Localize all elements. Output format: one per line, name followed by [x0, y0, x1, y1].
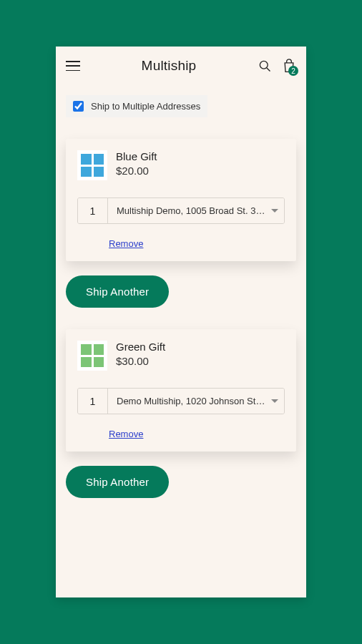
search-icon[interactable] [258, 59, 272, 73]
content: Ship to Multiple Addresses Blue Gift $20… [56, 85, 306, 508]
remove-link[interactable]: Remove [109, 429, 143, 439]
quantity-field[interactable]: 1 [78, 389, 108, 414]
product-thumbnail [77, 341, 107, 371]
app-frame: Multiship 2 Ship to Multiple Addresses [56, 47, 306, 597]
cart-count-badge: 2 [288, 66, 298, 76]
product-name: Green Gift [116, 341, 165, 353]
svg-point-0 [260, 61, 268, 69]
address-select[interactable]: Multiship Demo, 1005 Broad St. 30… [108, 198, 284, 223]
svg-line-1 [267, 68, 270, 72]
header: Multiship 2 [56, 47, 306, 85]
ship-another-button[interactable]: Ship Another [66, 466, 169, 498]
multiship-toggle-row[interactable]: Ship to Multiple Addresses [66, 95, 207, 117]
product-thumbnail [77, 150, 107, 180]
cart-button[interactable]: 2 [282, 58, 296, 74]
address-select[interactable]: Demo Multiship, 1020 Johnson St.,… [108, 389, 284, 414]
product-name: Blue Gift [116, 150, 157, 162]
product-row: Green Gift $30.00 [77, 341, 285, 371]
cart-item-card: Blue Gift $20.00 1 Multiship Demo, 1005 … [66, 139, 296, 261]
address-text: Multiship Demo, 1005 Broad St. 30… [117, 205, 267, 216]
ship-another-button[interactable]: Ship Another [66, 275, 169, 308]
menu-icon[interactable] [66, 61, 80, 71]
remove-link[interactable]: Remove [109, 238, 143, 249]
quantity-field[interactable]: 1 [78, 198, 108, 223]
product-price: $30.00 [116, 355, 165, 367]
ship-row: 1 Demo Multiship, 1020 Johnson St.,… [77, 388, 285, 414]
multiship-checkbox[interactable] [73, 101, 84, 112]
chevron-down-icon [271, 399, 278, 403]
product-row: Blue Gift $20.00 [77, 150, 285, 180]
page-title: Multiship [142, 58, 197, 74]
chevron-down-icon [271, 209, 278, 213]
product-price: $20.00 [116, 165, 157, 177]
multiship-label: Ship to Multiple Addresses [91, 101, 200, 112]
ship-row: 1 Multiship Demo, 1005 Broad St. 30… [77, 197, 285, 224]
cart-item-card: Green Gift $30.00 1 Demo Multiship, 1020… [66, 329, 296, 452]
address-text: Demo Multiship, 1020 Johnson St.,… [117, 396, 267, 406]
